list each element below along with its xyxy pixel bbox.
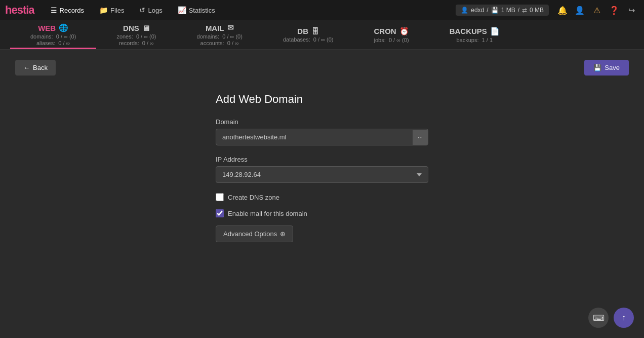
tab-mail-stats: domains: 0 / ∞ (0) accounts: 0 / ∞ (197, 33, 243, 46)
advanced-options-button[interactable]: Advanced Options ⊕ (216, 226, 293, 242)
tab-dns-title: DNS 🖥 (123, 24, 150, 32)
notifications-icon[interactable]: 🔔 (555, 3, 570, 18)
db-databases-stat: databases: 0 / ∞ (0) (283, 36, 334, 43)
enable-mail-check: Enable mail for this domain (216, 209, 428, 217)
save-label: Save (605, 64, 620, 71)
username: edxd (471, 7, 484, 14)
separator2: / (518, 7, 519, 14)
db-icon: 🗄 (311, 27, 319, 35)
back-arrow-icon: ← (23, 64, 30, 71)
topnav: hestia ☰ Records 📁 Files ↺ Logs 📈 Statis… (0, 0, 644, 20)
domain-label: Domain (216, 118, 428, 126)
backups-icon: 📄 (490, 27, 500, 36)
tab-cron-title: CRON ⏰ (374, 27, 409, 36)
logo[interactable]: hestia (5, 4, 34, 17)
ip-address-select[interactable]: 149.28.92.64 (216, 166, 428, 183)
section-tabs: WEB 🌐 domains: 0 / ∞ (0) aliases: 0 / ∞ … (0, 20, 644, 50)
dns-zones-stat: zones: 0 / ∞ (0) (116, 33, 156, 40)
nav-item-logs[interactable]: ↺ Logs (133, 0, 168, 20)
cron-icon: ⏰ (399, 27, 409, 36)
ip-address-label: IP Address (216, 156, 428, 163)
cron-jobs-stat: jobs: 0 / ∞ (0) (374, 37, 409, 43)
logo-suffix: estia (11, 4, 34, 16)
enable-mail-label[interactable]: Enable mail for this domain (228, 210, 307, 217)
profile-icon[interactable]: 👤 (572, 3, 587, 18)
nav-label-logs: Logs (148, 7, 162, 14)
user-info: 👤 edxd / 💾 1 MB / ⇄ 0 MB (456, 5, 549, 16)
tab-mail-title: MAIL ✉ (206, 23, 234, 32)
web-domains-stat: domains: 0 / ∞ (0) (30, 33, 76, 40)
upload-button[interactable]: ↑ (614, 308, 634, 328)
form-title: Add Web Domain (216, 93, 428, 106)
web-label: WEB (38, 24, 56, 32)
topnav-right: 👤 edxd / 💾 1 MB / ⇄ 0 MB 🔔 👤 ⚠ ❓ ↪ (456, 3, 639, 18)
mail-icon: ✉ (227, 23, 234, 32)
domain-group: Domain ··· (216, 118, 428, 145)
db-label: DB (297, 27, 308, 35)
help-icon[interactable]: ❓ (607, 3, 622, 18)
separator1: / (487, 7, 488, 14)
dns-label: DNS (123, 24, 139, 32)
create-dns-check: Create DNS zone (216, 193, 428, 201)
tab-backups-stats: backups: 1 / 1 (456, 37, 493, 43)
tab-backups-title: BACKUPS 📄 (450, 27, 500, 36)
content-area: ← Back 💾 Save Add Web Domain Domain ··· … (0, 50, 644, 252)
mail-accounts-stat: accounts: 0 / ∞ (200, 40, 239, 46)
mail-domains-stat: domains: 0 / ∞ (0) (197, 33, 243, 40)
backups-stat: backups: 1 / 1 (456, 37, 493, 43)
bandwidth-usage: 0 MB (530, 7, 544, 14)
mail-label: MAIL (206, 24, 224, 32)
upload-icon: ↑ (622, 313, 626, 322)
web-icon: 🌐 (59, 23, 68, 32)
toolbar: ← Back 💾 Save (15, 60, 629, 76)
backups-label: BACKUPS (450, 27, 487, 35)
statistics-icon: 📈 (178, 6, 186, 14)
tab-backups[interactable]: BACKUPS 📄 backups: 1 / 1 (429, 20, 520, 49)
advanced-label: Advanced Options (223, 230, 277, 238)
cron-label: CRON (374, 27, 396, 35)
dns-records-stat: records: 0 / ∞ (119, 40, 154, 46)
keyboard-button[interactable]: ⌨ (588, 308, 609, 328)
keyboard-icon: ⌨ (593, 313, 605, 323)
records-icon: ☰ (51, 6, 57, 14)
nav-item-statistics[interactable]: 📈 Statistics (172, 0, 221, 20)
form-container: Add Web Domain Domain ··· IP Address 149… (216, 88, 428, 242)
back-label: Back (33, 64, 48, 71)
save-button[interactable]: 💾 Save (584, 60, 629, 76)
nav-item-files[interactable]: 📁 Files (93, 0, 130, 20)
warning-icon[interactable]: ⚠ (589, 3, 605, 18)
create-dns-label[interactable]: Create DNS zone (228, 194, 279, 201)
tab-web[interactable]: WEB 🌐 domains: 0 / ∞ (0) aliases: 0 / ∞ (10, 20, 96, 49)
ip-address-group: IP Address 149.28.92.64 (216, 156, 428, 183)
enable-mail-checkbox[interactable] (216, 209, 224, 217)
nav-label-records: Records (60, 7, 84, 14)
back-button[interactable]: ← Back (15, 60, 56, 76)
logs-icon: ↺ (139, 6, 145, 14)
disk-usage: 1 MB (501, 7, 515, 14)
tab-db-stats: databases: 0 / ∞ (0) (283, 36, 334, 43)
tab-db-title: DB 🗄 (297, 27, 319, 35)
advanced-icon: ⊕ (280, 230, 286, 238)
bottom-right-icons: ⌨ ↑ (588, 308, 634, 328)
save-icon: 💾 (593, 64, 601, 71)
tab-web-stats: domains: 0 / ∞ (0) aliases: 0 / ∞ (30, 33, 76, 46)
files-icon: 📁 (99, 6, 108, 14)
tab-cron-stats: jobs: 0 / ∞ (0) (374, 37, 409, 43)
topnav-left: hestia ☰ Records 📁 Files ↺ Logs 📈 Statis… (5, 0, 221, 20)
tab-db[interactable]: DB 🗄 databases: 0 / ∞ (0) (263, 20, 354, 49)
domain-input[interactable] (216, 129, 413, 145)
disk-icon: 💾 (491, 7, 499, 14)
logout-icon[interactable]: ↪ (624, 3, 639, 18)
bandwidth-icon: ⇄ (522, 7, 527, 14)
domain-input-wrapper: ··· (216, 129, 428, 145)
tab-dns[interactable]: DNS 🖥 zones: 0 / ∞ (0) records: 0 / ∞ (96, 20, 176, 49)
domain-ellipsis-button[interactable]: ··· (413, 130, 428, 145)
nav-item-records[interactable]: ☰ Records (45, 0, 90, 20)
tab-cron[interactable]: CRON ⏰ jobs: 0 / ∞ (0) (353, 20, 429, 49)
tab-mail[interactable]: MAIL ✉ domains: 0 / ∞ (0) accounts: 0 / … (177, 20, 263, 49)
logo-prefix: h (5, 4, 11, 16)
tab-web-title: WEB 🌐 (38, 23, 68, 32)
create-dns-checkbox[interactable] (216, 193, 224, 201)
tab-dns-stats: zones: 0 / ∞ (0) records: 0 / ∞ (116, 33, 156, 46)
dns-icon: 🖥 (142, 24, 150, 32)
